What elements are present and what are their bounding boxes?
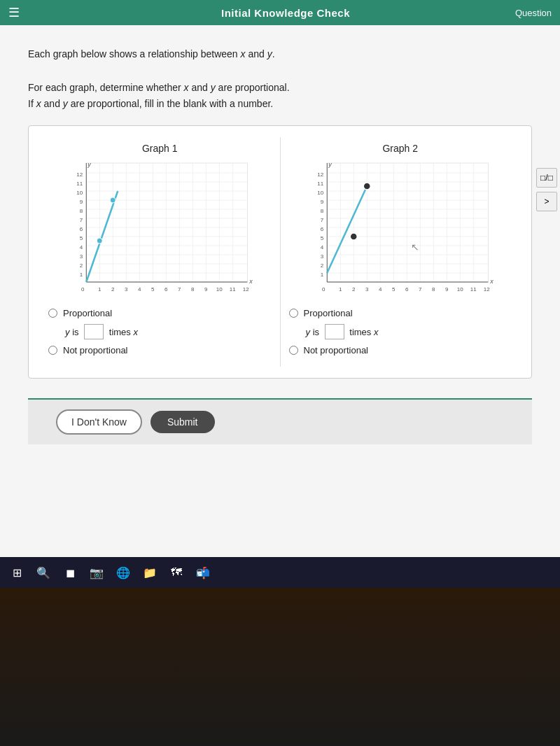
svg-text:3: 3 bbox=[365, 286, 369, 293]
graph1-proportional-radio[interactable] bbox=[48, 309, 57, 318]
svg-text:1: 1 bbox=[339, 286, 342, 293]
graph1-y-is-row: y is times x bbox=[65, 324, 272, 339]
svg-text:3: 3 bbox=[80, 253, 83, 260]
svg-text:10: 10 bbox=[76, 190, 83, 196]
arrow-button[interactable]: > bbox=[536, 192, 557, 211]
svg-text:y: y bbox=[328, 161, 332, 168]
fraction-button[interactable]: □/□ bbox=[536, 168, 557, 188]
graph2-times-input[interactable] bbox=[325, 324, 344, 339]
svg-text:1: 1 bbox=[98, 286, 102, 293]
graph1-title: Graph 1 bbox=[48, 143, 272, 154]
question-label: Question bbox=[515, 8, 552, 18]
question-text: Each graph below shows a relationship be… bbox=[28, 46, 532, 113]
svg-text:12: 12 bbox=[483, 286, 489, 293]
svg-text:↖: ↖ bbox=[411, 241, 419, 253]
svg-text:4: 4 bbox=[80, 244, 83, 251]
graph2-proportional-row: Proportional bbox=[289, 308, 512, 318]
svg-text:y: y bbox=[87, 161, 91, 168]
graph1-y-label: y bbox=[65, 327, 70, 337]
svg-text:2: 2 bbox=[80, 262, 83, 269]
graph1-options: Proportional y is times x Not proportion… bbox=[48, 308, 272, 356]
graph1-svg: 1 2 3 4 5 6 7 8 9 10 11 12 x 1 2 bbox=[48, 160, 272, 300]
graph1-not-proportional-row: Not proportional bbox=[48, 345, 272, 356]
files-icon[interactable]: 📁 bbox=[140, 563, 160, 582]
desktop-area bbox=[0, 588, 560, 746]
svg-text:6: 6 bbox=[80, 226, 83, 232]
graph1-not-proportional-label: Not proportional bbox=[63, 345, 128, 356]
video-icon[interactable]: 📷 bbox=[87, 563, 106, 582]
svg-text:9: 9 bbox=[445, 286, 449, 293]
svg-text:1: 1 bbox=[80, 272, 83, 278]
svg-text:9: 9 bbox=[80, 199, 83, 205]
svg-text:7: 7 bbox=[80, 217, 83, 223]
svg-text:3: 3 bbox=[125, 286, 128, 293]
header-bar: ☰ Initial Knowledge Check Question bbox=[0, 0, 560, 25]
taskview-icon[interactable]: ◼ bbox=[60, 563, 80, 582]
action-bar: I Don't Know Submit bbox=[28, 398, 532, 444]
graph2-y-is-row: y is times x bbox=[306, 324, 512, 339]
graph2-area: 1 2 3 4 5 6 7 8 9 10 11 12 x 1 2 bbox=[289, 160, 512, 300]
dont-know-button[interactable]: I Don't Know bbox=[56, 409, 142, 435]
svg-text:1: 1 bbox=[320, 272, 323, 278]
svg-text:9: 9 bbox=[320, 199, 323, 205]
svg-text:12: 12 bbox=[317, 171, 323, 178]
svg-text:6: 6 bbox=[405, 286, 409, 293]
graph2-proportional-label: Proportional bbox=[304, 308, 353, 318]
svg-text:7: 7 bbox=[419, 286, 422, 293]
graph2-y-label: y bbox=[306, 327, 311, 337]
graph2-proportional-radio[interactable] bbox=[289, 309, 298, 318]
svg-point-55 bbox=[110, 197, 115, 203]
svg-point-54 bbox=[97, 238, 102, 244]
svg-text:4: 4 bbox=[320, 244, 323, 251]
svg-text:0: 0 bbox=[81, 286, 85, 293]
svg-text:10: 10 bbox=[317, 190, 323, 196]
main-content: Each graph below shows a relationship be… bbox=[0, 25, 560, 557]
svg-point-110 bbox=[350, 233, 357, 240]
svg-text:5: 5 bbox=[320, 235, 323, 241]
svg-text:x: x bbox=[489, 278, 493, 285]
question-line2: For each graph, determine whether x and … bbox=[28, 80, 532, 97]
svg-text:5: 5 bbox=[80, 235, 83, 241]
svg-text:0: 0 bbox=[322, 286, 326, 293]
graph2-svg: 1 2 3 4 5 6 7 8 9 10 11 12 x 1 2 bbox=[289, 160, 512, 300]
svg-text:2: 2 bbox=[320, 262, 323, 269]
mail-icon[interactable]: 📬 bbox=[193, 563, 213, 582]
svg-text:8: 8 bbox=[320, 208, 323, 214]
svg-text:2: 2 bbox=[111, 286, 115, 293]
graph1-panel: Graph 1 bbox=[40, 137, 281, 367]
svg-text:9: 9 bbox=[204, 286, 208, 293]
graph2-times-x-label: times x bbox=[349, 327, 378, 337]
svg-text:11: 11 bbox=[76, 181, 83, 187]
taskbar-bottom: ⊞ 🔍 ◼ 📷 🌐 📁 🗺 📬 bbox=[0, 557, 560, 588]
svg-text:6: 6 bbox=[320, 226, 323, 232]
graph2-not-proportional-row: Not proportional bbox=[289, 345, 512, 356]
maps-icon[interactable]: 🗺 bbox=[167, 563, 186, 582]
svg-text:5: 5 bbox=[392, 286, 396, 293]
svg-text:12: 12 bbox=[76, 171, 83, 178]
svg-text:x: x bbox=[248, 278, 253, 285]
graph2-options: Proportional y is times x Not proportion… bbox=[289, 308, 512, 356]
graph2-not-proportional-radio[interactable] bbox=[289, 346, 298, 355]
graph2-is-label: is bbox=[313, 327, 319, 337]
search-icon[interactable]: 🔍 bbox=[34, 563, 53, 582]
svg-text:3: 3 bbox=[320, 253, 323, 260]
submit-button[interactable]: Submit bbox=[150, 411, 215, 433]
graph1-not-proportional-radio[interactable] bbox=[48, 346, 57, 355]
svg-text:7: 7 bbox=[178, 286, 181, 293]
svg-text:6: 6 bbox=[164, 286, 168, 293]
svg-rect-56 bbox=[327, 163, 488, 282]
svg-rect-0 bbox=[86, 163, 247, 282]
svg-text:5: 5 bbox=[151, 286, 155, 293]
graph1-area: 1 2 3 4 5 6 7 8 9 10 11 12 x 1 2 bbox=[48, 160, 272, 300]
graph2-not-proportional-label: Not proportional bbox=[304, 345, 369, 356]
svg-text:4: 4 bbox=[379, 286, 382, 293]
graph1-times-input[interactable] bbox=[84, 324, 104, 339]
svg-text:7: 7 bbox=[320, 217, 323, 223]
graph1-proportional-row: Proportional bbox=[48, 308, 272, 318]
windows-icon[interactable]: ⊞ bbox=[7, 563, 27, 582]
browser-icon[interactable]: 🌐 bbox=[113, 563, 133, 582]
page-title: Initial Knowledge Check bbox=[20, 7, 552, 19]
side-buttons: □/□ > bbox=[533, 165, 560, 214]
menu-icon[interactable]: ☰ bbox=[8, 5, 20, 20]
svg-text:8: 8 bbox=[432, 286, 435, 293]
